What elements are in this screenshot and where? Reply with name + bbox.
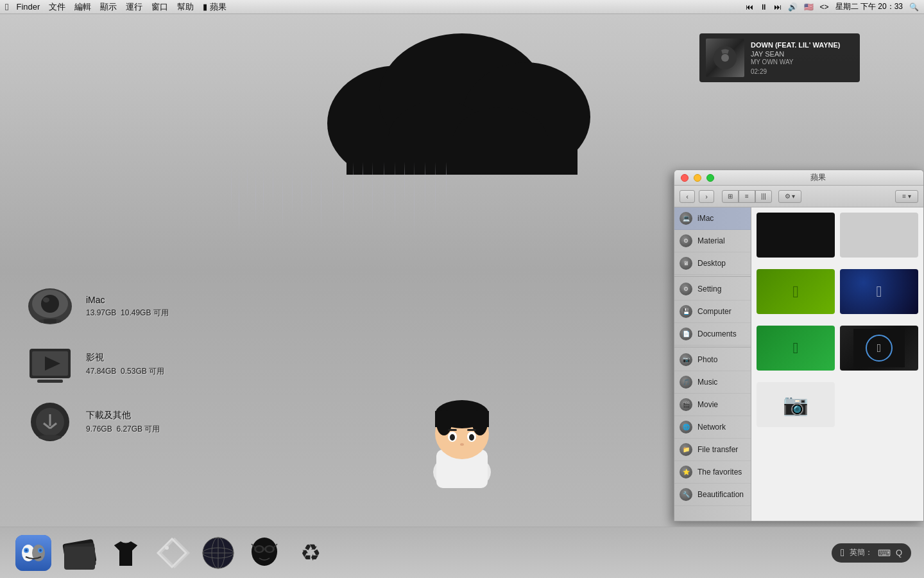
forward-button[interactable]: › (699, 190, 714, 203)
rewind-btn[interactable]: ⏮ (746, 3, 753, 12)
drive-downloads[interactable]: 下載及其他 9.76GB 6.27GB 可用 (24, 399, 160, 444)
thumb-camera[interactable]: 📷 (757, 382, 835, 427)
dock-folder[interactable] (59, 532, 100, 574)
finder-content: 📷 (751, 207, 923, 521)
menu-apple-store[interactable]: ▮ 蘋果 (203, 1, 227, 13)
svg-point-22 (460, 443, 464, 446)
drive-stats-video: 47.84GB 0.53GB 可用 (86, 366, 164, 377)
svg-rect-52 (64, 547, 95, 570)
sidebar-icon-imac: 💻 (680, 212, 692, 225)
sidebar-item-setting[interactable]: ⚙ Setting (674, 278, 751, 301)
sidebar-item-filetransfer[interactable]: 📁 File transfer (674, 439, 751, 461)
flag-icon[interactable]: 🇺🇸 (804, 3, 814, 12)
sidebar-item-computer[interactable]: 💾 Computer (674, 301, 751, 323)
icon-view-button[interactable]: ⊞ (722, 190, 739, 203)
thumb-dark[interactable] (757, 213, 835, 258)
finder-body: 💻 iMac ⚙ Material 🖥 Desktop ⚙ Setting (674, 207, 923, 521)
drive-video[interactable]: 影視 47.84GB 0.53GB 可用 (24, 342, 164, 387)
forward-btn[interactable]: ⏭ (774, 3, 782, 12)
lang-display: 英簡： (850, 547, 873, 558)
sidebar-icon-beautification: 🔧 (680, 488, 692, 501)
menu-window[interactable]: 窗口 (151, 1, 168, 13)
sidebar-item-imac[interactable]: 💻 iMac (674, 207, 751, 230)
sidebar-item-movie[interactable]: 🎬 Movie (674, 394, 751, 416)
sidebar-icon-photo: 📷 (680, 353, 692, 366)
close-button[interactable] (681, 174, 689, 182)
sidebar-item-beautification[interactable]: 🔧 Beautification (674, 484, 751, 506)
svg-point-59 (252, 538, 277, 566)
svg-point-62 (256, 547, 262, 552)
sidebar-icon-movie: 🎬 (680, 398, 692, 411)
sidebar-icon-network: 🌐 (680, 421, 692, 434)
input-method-pill[interactable]:  英簡： ⌨ Q (832, 543, 911, 563)
thumb-blue-apple[interactable]:  (840, 269, 918, 314)
finder-toolbar: ‹ › ⊞ ≡ ||| ⚙ ▾ ≡ ▾ (674, 186, 923, 207)
svg-text:♻: ♻ (300, 539, 321, 566)
sidebar-item-material[interactable]: ⚙ Material (674, 230, 751, 252)
dock-shirt[interactable] (105, 532, 146, 574)
sidebar-item-music[interactable]: 🎵 Music (674, 371, 751, 394)
sidebar-label-imac: iMac (697, 214, 714, 223)
dock-finder[interactable] (13, 532, 54, 574)
column-view-button[interactable]: ||| (755, 190, 772, 203)
drive-info-imac: iMac 13.97GB 10.49GB 可用 (86, 295, 169, 319)
menu-finder[interactable]: Finder (16, 2, 40, 12)
apple-menu[interactable]:  (5, 1, 8, 12)
sidebar-icon-favorites: ⭐ (680, 466, 692, 478)
list-view-button[interactable]: ≡ (739, 190, 755, 203)
sidebar-item-network[interactable]: 🌐 Network (674, 416, 751, 439)
maximize-button[interactable] (706, 174, 714, 182)
menu-edit[interactable]: 編輯 (74, 1, 91, 13)
drive-stats-downloads: 9.76GB 6.27GB 可用 (86, 424, 160, 435)
dock-recycle[interactable]: ♻ (290, 532, 331, 574)
dock-globe[interactable] (198, 532, 239, 574)
svg-rect-21 (467, 429, 476, 431)
dock-items: ♻ (13, 532, 331, 574)
sort-button[interactable]: ≡ ▾ (895, 190, 918, 203)
svg-point-26 (43, 297, 49, 302)
search-btn[interactable]: 🔍 (909, 3, 919, 12)
finder-window: 蘋果 ‹ › ⊞ ≡ ||| ⚙ ▾ ≡ ▾ 💻 iMac ⚙ Mate (674, 170, 924, 521)
minimize-button[interactable] (694, 174, 701, 182)
sidebar-item-favorites[interactable]: ⭐ The favorites (674, 461, 751, 484)
svg-point-18 (450, 434, 455, 441)
menu-run[interactable]: 運行 (126, 1, 142, 13)
sidebar-item-desktop[interactable]: 🖥 Desktop (674, 252, 751, 275)
volume-btn[interactable]: 🔊 (788, 3, 798, 12)
dock-alien[interactable] (244, 532, 285, 574)
drive-imac[interactable]: iMac 13.97GB 10.49GB 可用 (24, 284, 169, 329)
gear-button[interactable]: ⚙ ▾ (778, 190, 801, 203)
music-artist: JAY SEAN (751, 50, 841, 58)
back-button[interactable]: ‹ (680, 190, 695, 203)
sidebar-icon-documents: 📄 (680, 328, 692, 340)
music-widget: DOWN (FEAT. LIL' WAYNE) JAY SEAN MY OWN … (699, 33, 860, 82)
drive-icon-video (24, 342, 76, 387)
sidebar-label-documents: Documents (697, 329, 737, 338)
svg-point-38 (38, 435, 62, 440)
menu-view[interactable]: 顯示 (100, 1, 117, 13)
sidebar-item-documents[interactable]: 📄 Documents (674, 323, 751, 346)
menu-file[interactable]: 文件 (49, 1, 65, 13)
album-art (706, 39, 744, 77)
thumb-colorful[interactable]:  (840, 326, 918, 371)
sidebar-divider-1 (674, 276, 751, 277)
code-btn[interactable]: <> (820, 3, 829, 12)
finder-title: 蘋果 (719, 172, 917, 183)
svg-rect-32 (37, 380, 63, 383)
search-icon[interactable]: Q (896, 548, 902, 557)
character-illustration (417, 347, 507, 488)
menu-help[interactable]: 幫助 (177, 1, 194, 13)
dock-tag[interactable] (151, 532, 193, 574)
sidebar-label-beautification: Beautification (697, 490, 744, 499)
svg-point-49 (39, 549, 42, 552)
svg-point-47 (25, 549, 28, 552)
sidebar-divider-2 (674, 347, 751, 347)
thumb-green-apple-2[interactable]:  (757, 326, 835, 371)
drive-icon-downloads (24, 399, 76, 444)
svg-text::  (877, 342, 882, 355)
play-btn[interactable]: ⏸ (760, 3, 767, 12)
svg-point-53 (165, 546, 169, 550)
svg-point-25 (41, 295, 59, 313)
sidebar-item-photo[interactable]: 📷 Photo (674, 349, 751, 371)
thumb-green-apple[interactable]:  (757, 269, 835, 314)
